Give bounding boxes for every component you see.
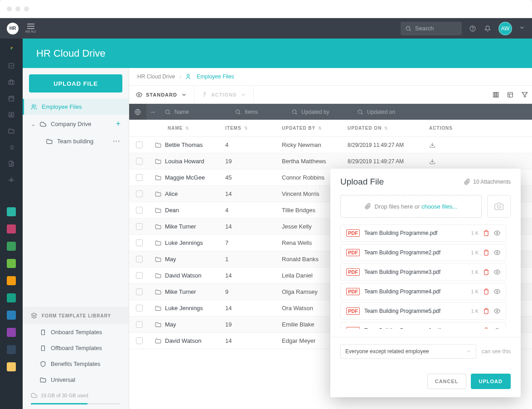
sidebar-item-team-building[interactable]: Team building ••• <box>23 133 129 149</box>
sidebar-item-employee-files[interactable]: Employee Files <box>23 99 129 115</box>
row-checkbox[interactable] <box>136 239 143 246</box>
leftbar-app-8[interactable] <box>7 328 16 337</box>
row-checkbox[interactable] <box>136 288 143 295</box>
dropzone[interactable]: Drop files here or choose files... <box>340 195 482 218</box>
menu-button[interactable]: MENU <box>25 24 37 33</box>
header-updatedon[interactable]: UPDATED ON⇅ <box>342 126 424 131</box>
sidebar-item-onboard[interactable]: Onboard Templates <box>23 324 129 340</box>
eye-icon[interactable] <box>494 288 500 295</box>
leftbar-app-7[interactable] <box>7 311 16 320</box>
row-checkbox[interactable] <box>136 256 143 263</box>
visibility-select[interactable]: Everyone except related employee <box>340 344 476 359</box>
filter-updatedby[interactable]: Updated by <box>286 109 352 115</box>
eye-icon[interactable] <box>494 269 500 275</box>
leftbar-user-icon[interactable] <box>7 111 15 119</box>
sidebar-item-company-drive[interactable]: ⌄ Company Drive + <box>23 115 129 133</box>
header-name[interactable]: NAME⇅ <box>150 126 220 131</box>
layout-icon[interactable] <box>507 92 514 98</box>
download-icon[interactable] <box>429 142 435 148</box>
row-checkbox[interactable] <box>136 337 143 344</box>
eye-icon[interactable] <box>494 308 500 314</box>
header-actions: ACTIONS <box>424 126 532 131</box>
row-checkbox[interactable] <box>136 174 143 181</box>
row-checkbox[interactable] <box>136 321 143 328</box>
globe-button[interactable] <box>129 104 146 120</box>
trash-icon[interactable] <box>483 327 489 329</box>
upload-file-button[interactable]: UPLOAD FILE <box>29 74 122 93</box>
leftbar-app-4[interactable] <box>7 259 16 268</box>
actions-dropdown[interactable]: ACTIONS <box>194 86 254 103</box>
leftbar-app-5[interactable] <box>7 276 16 285</box>
row-items: 14 <box>220 223 276 230</box>
leftbar-app-10[interactable] <box>7 362 16 371</box>
window-min-dot[interactable] <box>15 6 20 11</box>
leftbar-doc-icon[interactable] <box>7 160 15 168</box>
window-max-dot[interactable] <box>24 6 29 11</box>
download-icon[interactable] <box>429 158 435 165</box>
trash-icon[interactable] <box>483 269 489 275</box>
arrow-button[interactable]: → <box>146 108 159 116</box>
eye-icon <box>136 92 142 98</box>
breadcrumb-root[interactable]: HR Cloud Drive <box>137 73 175 80</box>
leftbar-folder-icon[interactable] <box>7 127 15 135</box>
row-checkbox[interactable] <box>136 272 143 279</box>
sidebar-item-benefits[interactable]: Benefits Templates <box>23 356 129 372</box>
eye-icon[interactable] <box>494 249 500 256</box>
filter-updatedon[interactable]: Updated on <box>352 109 433 115</box>
leftbar-list-icon[interactable] <box>7 143 15 151</box>
eye-icon[interactable] <box>494 230 500 236</box>
trash-icon[interactable] <box>483 249 489 256</box>
leftbar-app-9[interactable] <box>7 345 16 354</box>
choose-files-link[interactable]: choose files... <box>421 203 458 210</box>
form-template-library-header[interactable]: FORM TEMPLATE LIBRARY <box>23 307 129 324</box>
sidebar-item-offboard[interactable]: Offboard Templates <box>23 340 129 356</box>
hr-logo[interactable]: HR <box>7 23 19 34</box>
upload-panel-title: Upload File <box>340 177 384 187</box>
trash-icon[interactable] <box>483 308 489 314</box>
leftbar-calendar-icon[interactable] <box>7 94 15 102</box>
plus-icon[interactable]: + <box>116 119 121 129</box>
header-items[interactable]: ITEMS⇅ <box>220 126 276 131</box>
filter-items[interactable]: Items <box>229 109 286 115</box>
row-checkbox[interactable] <box>136 190 143 197</box>
row-checkbox[interactable] <box>136 141 143 148</box>
leftbar-app-3[interactable] <box>7 242 16 251</box>
help-icon[interactable] <box>469 24 477 33</box>
leftbar-app-6[interactable] <box>7 293 16 302</box>
eye-icon[interactable] <box>494 327 500 329</box>
leftbar-check-icon[interactable] <box>7 62 15 70</box>
table-row[interactable]: Bettie Thomas 4 Ricky Newman 8/29/2019 1… <box>129 137 532 153</box>
breadcrumb-current[interactable]: Employee Files <box>197 73 234 80</box>
leftbar-app-1[interactable] <box>7 207 16 216</box>
header-updatedby[interactable]: UPDATED BY⇅ <box>276 126 342 131</box>
trash-icon[interactable] <box>483 288 489 295</box>
standard-dropdown[interactable]: STANDARD <box>129 86 194 103</box>
sidebar-item-universal[interactable]: Universal <box>23 372 129 388</box>
chevron-down-icon[interactable] <box>519 24 525 33</box>
row-checkbox[interactable] <box>136 207 143 214</box>
leftbar-briefcase-icon[interactable] <box>7 78 15 86</box>
trash-icon[interactable] <box>483 230 489 236</box>
folder-icon <box>155 273 161 279</box>
camera-button[interactable] <box>487 195 511 218</box>
columns-icon[interactable] <box>492 92 499 98</box>
row-items: 7 <box>220 239 276 246</box>
folder-icon <box>46 138 53 145</box>
row-checkbox[interactable] <box>136 223 143 230</box>
cancel-button[interactable]: CANCEL <box>427 374 466 389</box>
filter-icon[interactable] <box>521 92 528 98</box>
table-row[interactable]: Louisa Howard 19 Bertha Matthews 8/29/20… <box>129 153 532 170</box>
upload-button[interactable]: UPLOAD <box>471 374 511 389</box>
search-input[interactable]: Search <box>401 22 462 35</box>
window-close-dot[interactable] <box>7 6 12 11</box>
leftbar-app-2[interactable] <box>7 224 16 234</box>
user-avatar[interactable]: AW <box>498 22 512 35</box>
leftbar-gear-icon[interactable] <box>7 176 15 184</box>
row-checkbox[interactable] <box>136 158 143 165</box>
folder-icon <box>155 240 161 246</box>
more-icon[interactable]: ••• <box>113 139 121 144</box>
leftbar-app-icon[interactable] <box>7 45 15 54</box>
filter-name[interactable]: Name <box>159 109 229 115</box>
row-checkbox[interactable] <box>136 305 143 312</box>
bell-icon[interactable] <box>484 24 492 33</box>
